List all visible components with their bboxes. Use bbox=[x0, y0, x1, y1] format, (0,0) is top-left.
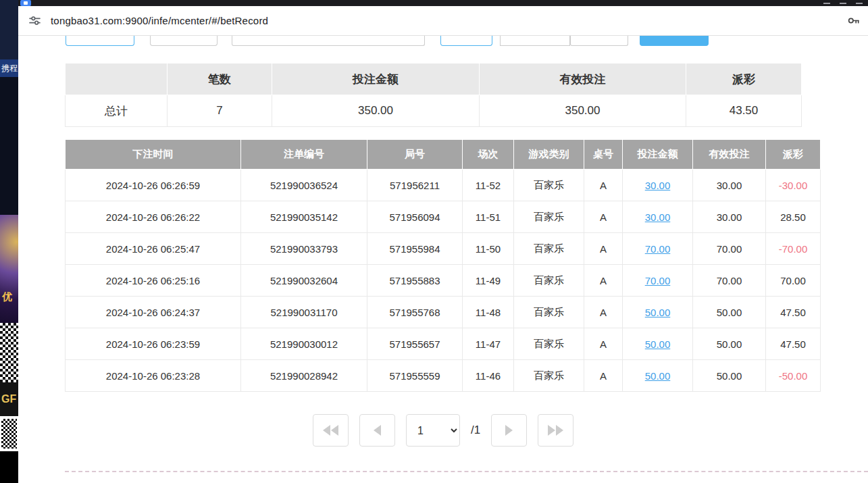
cell-time: 2024-10-26 06:26:59 bbox=[66, 170, 241, 201]
summary-total-bet-amount: 350.00 bbox=[272, 95, 480, 127]
bet-amount-link[interactable]: 50.00 bbox=[645, 307, 671, 318]
cell-valid-bet: 30.00 bbox=[693, 201, 766, 233]
cell-payout: 70.00 bbox=[766, 265, 821, 297]
summary-table: 笔数 投注金额 有效投注 派彩 总计 7 350.00 350.00 43.50 bbox=[65, 63, 802, 127]
bet-amount-link[interactable]: 30.00 bbox=[645, 180, 671, 191]
summary-total-row: 总计 7 350.00 350.00 43.50 bbox=[66, 95, 802, 127]
toolbar-input-stub[interactable] bbox=[232, 36, 425, 46]
cell-table-no: A bbox=[584, 201, 623, 233]
cell-session: 11-47 bbox=[463, 328, 514, 360]
search-button-stub[interactable] bbox=[640, 36, 709, 46]
cell-payout: 28.50 bbox=[766, 201, 821, 233]
cell-order-no: 521990032604 bbox=[241, 265, 367, 297]
bet-amount-link[interactable]: 30.00 bbox=[645, 211, 671, 223]
bet-amount-link[interactable]: 70.00 bbox=[645, 275, 671, 286]
page-select[interactable]: 1 bbox=[406, 414, 460, 447]
cell-bet-amount: 30.00 bbox=[623, 170, 693, 201]
cell-bet-amount: 50.00 bbox=[623, 328, 693, 360]
summary-header-blank bbox=[66, 63, 168, 95]
cell-game-type: 百家乐 bbox=[514, 297, 584, 328]
table-row: 2024-10-26 06:25:47 521990033793 5719559… bbox=[66, 233, 821, 265]
qr-code-2 bbox=[0, 416, 18, 451]
prev-page-button[interactable] bbox=[359, 414, 395, 447]
background-strip-dark bbox=[0, 77, 18, 215]
minimize-icon[interactable] bbox=[823, 3, 830, 4]
cell-order-no: 521990028942 bbox=[241, 360, 367, 392]
cell-session: 11-49 bbox=[463, 265, 514, 297]
cell-session: 11-51 bbox=[463, 201, 514, 233]
summary-header-count: 笔数 bbox=[168, 63, 272, 95]
header-valid-bet: 有效投注 bbox=[693, 140, 766, 170]
cell-payout: 47.50 bbox=[766, 297, 821, 328]
toolbar-select-stub-1[interactable] bbox=[500, 36, 570, 46]
cell-time: 2024-10-26 06:23:28 bbox=[66, 360, 241, 392]
cell-round-no: 571955883 bbox=[367, 265, 463, 297]
bet-record-page: 笔数 投注金额 有效投注 派彩 总计 7 350.00 350.00 43.50… bbox=[18, 36, 868, 483]
summary-header-valid-bet: 有效投注 bbox=[480, 63, 686, 95]
toolbar-button-stub-2[interactable] bbox=[150, 36, 218, 46]
password-key-icon[interactable] bbox=[846, 14, 860, 28]
table-row: 2024-10-26 06:24:37 521990031170 5719557… bbox=[66, 297, 821, 328]
cell-session: 11-48 bbox=[463, 297, 514, 328]
table-row: 2024-10-26 06:26:22 521990035142 5719560… bbox=[66, 201, 821, 233]
right-arrow-icon bbox=[505, 425, 513, 436]
summary-header-payout: 派彩 bbox=[686, 63, 802, 95]
cell-round-no: 571955559 bbox=[367, 360, 463, 392]
bet-record-table: 下注时间 注单编号 局号 场次 游戏类别 桌号 投注金额 有效投注 派彩 202… bbox=[65, 139, 821, 392]
bet-amount-link[interactable]: 50.00 bbox=[645, 338, 671, 350]
cell-table-no: A bbox=[584, 328, 623, 360]
cell-round-no: 571956211 bbox=[367, 170, 463, 201]
cell-order-no: 521990036524 bbox=[241, 170, 367, 201]
left-arrow-icon bbox=[374, 425, 381, 436]
cell-time: 2024-10-26 06:25:16 bbox=[66, 265, 241, 297]
header-round-no: 局号 bbox=[367, 140, 463, 170]
qr-code-2-pattern bbox=[1, 419, 17, 449]
table-row: 2024-10-26 06:26:59 521990036524 5719562… bbox=[66, 170, 821, 201]
cell-round-no: 571955657 bbox=[367, 328, 463, 360]
summary-total-label: 总计 bbox=[66, 95, 168, 127]
header-game-type: 游戏类别 bbox=[514, 140, 584, 170]
dashed-divider bbox=[65, 471, 868, 472]
header-session: 场次 bbox=[463, 140, 514, 170]
background-strip-bottom bbox=[0, 451, 18, 483]
cell-round-no: 571955768 bbox=[367, 297, 463, 328]
cell-game-type: 百家乐 bbox=[514, 265, 584, 297]
bet-amount-link[interactable]: 50.00 bbox=[645, 370, 671, 382]
qr-code-1 bbox=[0, 323, 18, 382]
table-row: 2024-10-26 06:25:16 521990032604 5719558… bbox=[66, 265, 821, 297]
first-page-button[interactable] bbox=[313, 414, 349, 447]
window-controls[interactable] bbox=[823, 1, 863, 4]
cell-bet-amount: 30.00 bbox=[623, 201, 693, 233]
site-settings-icon[interactable] bbox=[28, 14, 41, 28]
cell-order-no: 521990031170 bbox=[241, 297, 367, 328]
close-icon[interactable] bbox=[856, 3, 863, 4]
next-page-button[interactable] bbox=[491, 414, 527, 447]
background-strip-top bbox=[0, 0, 18, 59]
toolbar-button-stub-1[interactable] bbox=[66, 36, 134, 46]
cell-valid-bet: 50.00 bbox=[693, 297, 766, 328]
cell-valid-bet: 50.00 bbox=[693, 360, 766, 392]
cell-table-no: A bbox=[584, 170, 623, 201]
toolbar-button-stub-3[interactable] bbox=[440, 36, 492, 46]
cell-game-type: 百家乐 bbox=[514, 360, 584, 392]
cell-round-no: 571956094 bbox=[367, 201, 463, 233]
toolbar-select-stub-2[interactable] bbox=[570, 36, 628, 46]
promo-banner: 优 bbox=[0, 215, 18, 323]
cell-time: 2024-10-26 06:23:59 bbox=[66, 328, 241, 360]
summary-header-row: 笔数 投注金额 有效投注 派彩 bbox=[66, 63, 802, 95]
maximize-icon[interactable] bbox=[840, 3, 846, 4]
last-page-button[interactable] bbox=[538, 414, 573, 447]
header-bet-amount: 投注金额 bbox=[623, 140, 693, 170]
cell-payout: -30.00 bbox=[766, 170, 821, 201]
bet-table-header-row: 下注时间 注单编号 局号 场次 游戏类别 桌号 投注金额 有效投注 派彩 bbox=[66, 140, 821, 170]
cell-bet-amount: 50.00 bbox=[623, 297, 693, 328]
address-bar[interactable]: tongbao31.com:9900/infe/mcenter/#/betRec… bbox=[18, 6, 868, 36]
cell-table-no: A bbox=[584, 360, 623, 392]
url-text[interactable]: tongbao31.com:9900/infe/mcenter/#/betRec… bbox=[51, 15, 268, 26]
bet-amount-link[interactable]: 70.00 bbox=[645, 243, 671, 255]
cell-game-type: 百家乐 bbox=[514, 328, 584, 360]
cell-session: 11-46 bbox=[463, 360, 514, 392]
ctrip-label: 携程 bbox=[0, 59, 18, 77]
cell-time: 2024-10-26 06:26:22 bbox=[66, 201, 241, 233]
page-total-label: /1 bbox=[471, 424, 480, 437]
